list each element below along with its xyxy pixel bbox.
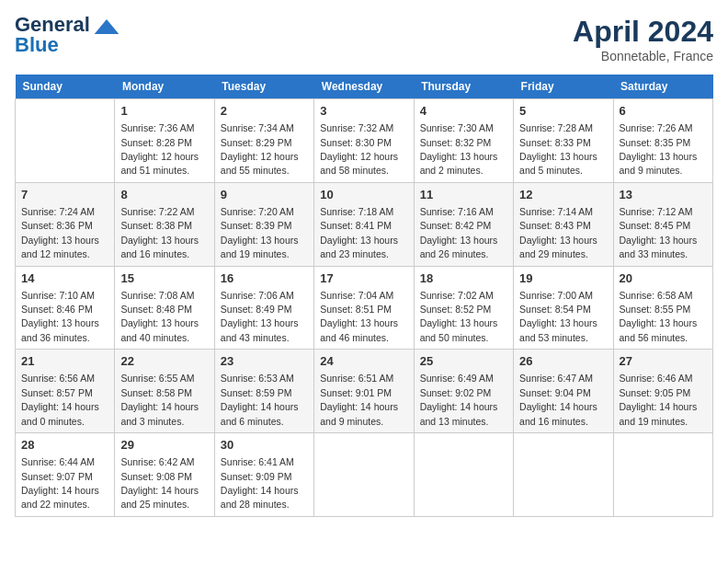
day-number: 14	[21, 270, 108, 287]
calendar-body: 1 Sunrise: 7:36 AMSunset: 8:28 PMDayligh…	[16, 99, 713, 517]
calendar-cell	[613, 433, 712, 517]
calendar-cell: 19 Sunrise: 7:00 AMSunset: 8:54 PMDaylig…	[514, 266, 613, 350]
day-number: 23	[221, 353, 308, 370]
day-number: 9	[221, 187, 308, 203]
calendar-cell: 13 Sunrise: 7:12 AMSunset: 8:45 PMDaylig…	[613, 182, 712, 266]
day-number: 26	[519, 353, 607, 370]
calendar-cell: 28 Sunrise: 6:44 AMSunset: 9:07 PMDaylig…	[16, 433, 115, 517]
day-number: 27	[620, 353, 707, 370]
location: Bonnetable, France	[573, 49, 713, 63]
day-info: Sunrise: 7:34 AMSunset: 8:29 PMDaylight:…	[221, 122, 299, 176]
calendar-week-row: 14 Sunrise: 7:10 AMSunset: 8:46 PMDaylig…	[16, 266, 713, 350]
day-info: Sunrise: 7:26 AMSunset: 8:35 PMDaylight:…	[620, 122, 698, 176]
calendar-cell: 5 Sunrise: 7:28 AMSunset: 8:33 PMDayligh…	[514, 99, 613, 183]
weekday-header-row: SundayMondayTuesdayWednesdayThursdayFrid…	[16, 75, 713, 99]
day-info: Sunrise: 6:55 AMSunset: 8:58 PMDaylight:…	[120, 373, 199, 426]
day-number: 18	[420, 270, 507, 287]
day-info: Sunrise: 7:36 AMSunset: 8:28 PMDaylight:…	[120, 122, 199, 176]
day-number: 29	[120, 437, 208, 454]
day-number: 12	[519, 187, 607, 203]
day-number: 17	[320, 270, 407, 287]
calendar-week-row: 1 Sunrise: 7:36 AMSunset: 8:28 PMDayligh…	[16, 99, 713, 183]
day-number: 20	[620, 270, 707, 287]
logo: GeneralBlue	[15, 15, 119, 55]
calendar-cell: 8 Sunrise: 7:22 AMSunset: 8:38 PMDayligh…	[115, 182, 214, 266]
day-number: 30	[221, 437, 308, 454]
day-info: Sunrise: 6:58 AMSunset: 8:55 PMDaylight:…	[620, 290, 698, 343]
weekday-header: Tuesday	[214, 75, 313, 99]
day-number: 16	[221, 270, 308, 287]
day-info: Sunrise: 7:22 AMSunset: 8:38 PMDaylight:…	[120, 206, 199, 259]
day-info: Sunrise: 6:56 AMSunset: 8:57 PMDaylight:…	[21, 373, 99, 426]
day-number: 10	[320, 187, 407, 203]
day-info: Sunrise: 7:12 AMSunset: 8:45 PMDaylight:…	[620, 206, 698, 259]
calendar-cell: 29 Sunrise: 6:42 AMSunset: 9:08 PMDaylig…	[115, 433, 214, 517]
calendar-cell: 7 Sunrise: 7:24 AMSunset: 8:36 PMDayligh…	[16, 182, 115, 266]
month-title: April 2024	[573, 15, 713, 49]
day-number: 8	[120, 187, 208, 203]
day-info: Sunrise: 7:04 AMSunset: 8:51 PMDaylight:…	[320, 290, 398, 343]
weekday-header: Saturday	[613, 75, 712, 99]
day-number: 28	[21, 437, 108, 454]
day-info: Sunrise: 7:24 AMSunset: 8:36 PMDaylight:…	[21, 206, 99, 259]
day-info: Sunrise: 7:32 AMSunset: 8:30 PMDaylight:…	[320, 122, 398, 176]
weekday-header: Thursday	[414, 75, 513, 99]
calendar-cell	[414, 433, 513, 517]
calendar-cell: 2 Sunrise: 7:34 AMSunset: 8:29 PMDayligh…	[214, 99, 313, 183]
logo-text: GeneralBlue	[15, 15, 90, 55]
day-number: 3	[320, 103, 407, 120]
calendar-cell: 15 Sunrise: 7:08 AMSunset: 8:48 PMDaylig…	[115, 266, 214, 350]
calendar-cell: 10 Sunrise: 7:18 AMSunset: 8:41 PMDaylig…	[314, 182, 414, 266]
page-header: GeneralBlue April 2024 Bonnetable, Franc…	[15, 15, 713, 63]
calendar-table: SundayMondayTuesdayWednesdayThursdayFrid…	[15, 75, 713, 517]
calendar-cell: 14 Sunrise: 7:10 AMSunset: 8:46 PMDaylig…	[16, 266, 115, 350]
calendar-cell: 6 Sunrise: 7:26 AMSunset: 8:35 PMDayligh…	[613, 99, 712, 183]
day-number: 5	[519, 103, 607, 120]
calendar-cell: 30 Sunrise: 6:41 AMSunset: 9:09 PMDaylig…	[214, 433, 313, 517]
weekday-header: Friday	[514, 75, 613, 99]
calendar-week-row: 28 Sunrise: 6:44 AMSunset: 9:07 PMDaylig…	[16, 433, 713, 517]
calendar-week-row: 7 Sunrise: 7:24 AMSunset: 8:36 PMDayligh…	[16, 182, 713, 266]
calendar-cell: 12 Sunrise: 7:14 AMSunset: 8:43 PMDaylig…	[514, 182, 613, 266]
day-number: 24	[320, 353, 407, 370]
day-info: Sunrise: 7:20 AMSunset: 8:39 PMDaylight:…	[221, 206, 299, 259]
calendar-cell: 25 Sunrise: 6:49 AMSunset: 9:02 PMDaylig…	[414, 350, 513, 433]
logo-icon	[94, 19, 119, 34]
day-info: Sunrise: 7:16 AMSunset: 8:42 PMDaylight:…	[420, 206, 498, 259]
title-area: April 2024 Bonnetable, France	[573, 15, 713, 63]
day-number: 13	[620, 187, 707, 203]
calendar-cell: 4 Sunrise: 7:30 AMSunset: 8:32 PMDayligh…	[414, 99, 513, 183]
day-info: Sunrise: 7:00 AMSunset: 8:54 PMDaylight:…	[519, 290, 597, 343]
calendar-week-row: 21 Sunrise: 6:56 AMSunset: 8:57 PMDaylig…	[16, 350, 713, 433]
weekday-header: Sunday	[16, 75, 115, 99]
calendar-cell: 20 Sunrise: 6:58 AMSunset: 8:55 PMDaylig…	[613, 266, 712, 350]
calendar-cell	[314, 433, 414, 517]
day-info: Sunrise: 7:14 AMSunset: 8:43 PMDaylight:…	[519, 206, 597, 259]
svg-marker-0	[95, 19, 119, 34]
calendar-cell: 18 Sunrise: 7:02 AMSunset: 8:52 PMDaylig…	[414, 266, 513, 350]
day-info: Sunrise: 7:18 AMSunset: 8:41 PMDaylight:…	[320, 206, 398, 259]
calendar-cell: 9 Sunrise: 7:20 AMSunset: 8:39 PMDayligh…	[214, 182, 313, 266]
calendar-cell: 27 Sunrise: 6:46 AMSunset: 9:05 PMDaylig…	[613, 350, 712, 433]
calendar-cell: 17 Sunrise: 7:04 AMSunset: 8:51 PMDaylig…	[314, 266, 414, 350]
weekday-header: Wednesday	[314, 75, 414, 99]
day-info: Sunrise: 6:46 AMSunset: 9:05 PMDaylight:…	[620, 373, 698, 426]
calendar-cell: 1 Sunrise: 7:36 AMSunset: 8:28 PMDayligh…	[115, 99, 214, 183]
day-number: 4	[420, 103, 507, 120]
day-info: Sunrise: 6:49 AMSunset: 9:02 PMDaylight:…	[420, 373, 498, 426]
day-info: Sunrise: 7:02 AMSunset: 8:52 PMDaylight:…	[420, 290, 498, 343]
day-number: 6	[620, 103, 707, 120]
day-number: 11	[420, 187, 507, 203]
day-number: 2	[221, 103, 308, 120]
day-info: Sunrise: 7:30 AMSunset: 8:32 PMDaylight:…	[420, 122, 498, 176]
day-number: 19	[519, 270, 607, 287]
day-info: Sunrise: 7:28 AMSunset: 8:33 PMDaylight:…	[519, 122, 597, 176]
calendar-cell: 24 Sunrise: 6:51 AMSunset: 9:01 PMDaylig…	[314, 350, 414, 433]
calendar-cell: 22 Sunrise: 6:55 AMSunset: 8:58 PMDaylig…	[115, 350, 214, 433]
day-number: 15	[120, 270, 208, 287]
calendar-cell: 23 Sunrise: 6:53 AMSunset: 8:59 PMDaylig…	[214, 350, 313, 433]
calendar-cell: 16 Sunrise: 7:06 AMSunset: 8:49 PMDaylig…	[214, 266, 313, 350]
day-number: 1	[120, 103, 208, 120]
day-info: Sunrise: 6:53 AMSunset: 8:59 PMDaylight:…	[221, 373, 299, 426]
day-info: Sunrise: 6:42 AMSunset: 9:08 PMDaylight:…	[120, 456, 199, 510]
